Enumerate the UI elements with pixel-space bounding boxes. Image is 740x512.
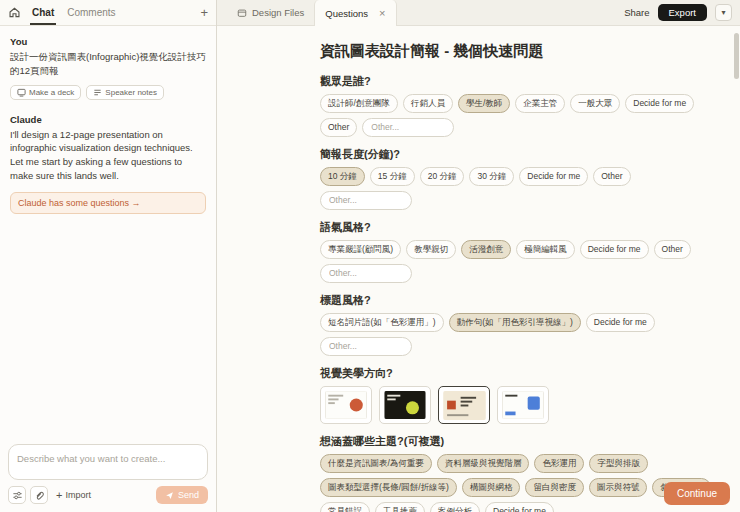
option-chip-selected[interactable]: 什麼是資訊圖表/為何重要 bbox=[320, 454, 432, 473]
plus-icon: + bbox=[56, 490, 62, 501]
question-section-aesthetic: 視覺美學方向? bbox=[320, 366, 712, 424]
prompt-input[interactable] bbox=[17, 453, 199, 464]
new-chat-button[interactable]: + bbox=[200, 0, 208, 25]
page-title: 資訊圖表設計簡報 - 幾個快速問題 bbox=[320, 42, 712, 61]
questions-form: 資訊圖表設計簡報 - 幾個快速問題 觀眾是誰? 設計師/創意團隊 行銷人員 學生… bbox=[217, 26, 740, 512]
style-option-dark-yellow[interactable] bbox=[379, 386, 431, 424]
other-input[interactable] bbox=[320, 264, 412, 283]
user-sender-label: You bbox=[10, 36, 206, 47]
question-section-length: 簡報長度(分鐘)? 10 分鐘 15 分鐘 20 分鐘 30 分鐘 Decide… bbox=[320, 147, 712, 210]
scrollbar-thumb[interactable] bbox=[734, 33, 739, 79]
other-input[interactable] bbox=[320, 337, 412, 356]
files-icon bbox=[237, 8, 247, 18]
option-chip[interactable]: 一般大眾 bbox=[570, 94, 620, 113]
claude-questions-banner[interactable]: Claude has some questions → bbox=[10, 192, 206, 214]
attach-icon[interactable] bbox=[30, 486, 48, 504]
chat-history: You 設計一份資訊圖表(Infographic)視覺化設計技巧的12頁簡報 M… bbox=[0, 26, 216, 436]
claude-message: I'll design a 12-page presentation on in… bbox=[10, 128, 206, 183]
option-row: 專業嚴謹(顧問風) 教學親切 活潑創意 極簡編輯風 Decide for me … bbox=[320, 240, 712, 283]
option-chip[interactable]: Decide for me bbox=[625, 94, 694, 113]
option-chip[interactable]: 專業嚴謹(顧問風) bbox=[320, 240, 401, 259]
option-chip[interactable]: Decide for me bbox=[580, 240, 649, 259]
question-section-tone: 語氣風格? 專業嚴謹(顧問風) 教學親切 活潑創意 極簡編輯風 Decide f… bbox=[320, 220, 712, 283]
option-row: 10 分鐘 15 分鐘 20 分鐘 30 分鐘 Decide for me Ot… bbox=[320, 167, 712, 210]
style-preview-icon bbox=[443, 391, 486, 420]
scrollbar[interactable] bbox=[734, 28, 739, 508]
design-files-label: Design Files bbox=[252, 7, 304, 18]
option-chip[interactable]: 常見錯誤 bbox=[320, 502, 370, 512]
prompt-input-box[interactable] bbox=[8, 444, 208, 480]
option-chip-selected[interactable]: 10 分鐘 bbox=[320, 167, 365, 186]
home-icon[interactable] bbox=[8, 0, 21, 25]
option-chip[interactable]: Decide for me bbox=[586, 313, 655, 332]
question-label: 簡報長度(分鐘)? bbox=[320, 147, 712, 162]
option-row: 什麼是資訊圖表/為何重要 資料層級與視覺階層 色彩運用 字型與排版 圖表類型選擇… bbox=[320, 454, 712, 512]
option-chip[interactable]: 設計師/創意團隊 bbox=[320, 94, 398, 113]
speaker-notes-label: Speaker notes bbox=[105, 88, 157, 97]
speaker-notes-chip[interactable]: Speaker notes bbox=[86, 85, 164, 100]
option-row: 短名詞片語(如「色彩運用」) 動作句(如「用色彩引導視線」) Decide fo… bbox=[320, 313, 712, 356]
option-chip-selected[interactable]: 圖表類型選擇(長條/圓餅/折線等) bbox=[320, 478, 457, 497]
option-chip[interactable]: 15 分鐘 bbox=[370, 167, 415, 186]
export-button[interactable]: Export bbox=[658, 4, 707, 21]
option-chip[interactable]: Decide for me bbox=[485, 502, 554, 512]
style-preview-icon bbox=[325, 391, 367, 419]
option-chip[interactable]: 案例分析 bbox=[430, 502, 480, 512]
other-input[interactable] bbox=[320, 191, 412, 210]
sidebar-topbar: Chat Comments + bbox=[0, 0, 216, 26]
option-chip[interactable]: 企業主管 bbox=[515, 94, 565, 113]
style-option-cream-red[interactable] bbox=[438, 386, 490, 424]
close-icon[interactable]: × bbox=[379, 7, 385, 19]
message-action-chips: Make a deck Speaker notes bbox=[10, 85, 206, 100]
question-label: 視覺美學方向? bbox=[320, 366, 712, 381]
questions-tab-label: Questions bbox=[325, 8, 368, 19]
option-chip[interactable]: 行銷人員 bbox=[403, 94, 453, 113]
style-option-light-orange[interactable] bbox=[320, 386, 372, 424]
import-label: Import bbox=[65, 490, 91, 500]
option-chip[interactable]: 短名詞片語(如「色彩運用」) bbox=[320, 313, 444, 332]
option-chip-selected[interactable]: 構圖與網格 bbox=[462, 478, 521, 497]
topbar-actions: Share Export ▾ bbox=[624, 0, 740, 25]
option-chip[interactable]: Other bbox=[654, 240, 691, 259]
option-chip[interactable]: 極簡編輯風 bbox=[516, 240, 575, 259]
option-chip-selected[interactable]: 資料層級與視覺階層 bbox=[437, 454, 530, 473]
option-chip[interactable]: 工具推薦 bbox=[375, 502, 425, 512]
other-input[interactable] bbox=[362, 118, 454, 137]
option-chip-selected[interactable]: 活潑創意 bbox=[461, 240, 511, 259]
settings-icon[interactable] bbox=[8, 486, 26, 504]
tab-design-files[interactable]: Design Files bbox=[227, 0, 314, 25]
style-preview-icon bbox=[384, 391, 426, 419]
option-chip[interactable]: 20 分鐘 bbox=[420, 167, 465, 186]
continue-button[interactable]: Continue bbox=[664, 482, 730, 505]
question-label: 標題風格? bbox=[320, 293, 712, 308]
make-a-deck-chip[interactable]: Make a deck bbox=[10, 85, 81, 100]
question-label: 觀眾是誰? bbox=[320, 74, 712, 89]
style-thumbnails bbox=[320, 386, 712, 424]
share-button[interactable]: Share bbox=[624, 7, 649, 18]
style-option-light-blue[interactable] bbox=[497, 386, 549, 424]
send-button[interactable]: Send bbox=[156, 486, 208, 504]
tab-chat[interactable]: Chat bbox=[30, 0, 56, 25]
option-chip-selected[interactable]: 字型與排版 bbox=[589, 454, 648, 473]
question-label: 想涵蓋哪些主題?(可複選) bbox=[320, 434, 712, 449]
option-chip-selected[interactable]: 學生/教師 bbox=[458, 94, 510, 113]
tab-questions[interactable]: Questions × bbox=[314, 0, 396, 26]
import-button[interactable]: + Import bbox=[52, 488, 95, 503]
option-chip[interactable]: Other bbox=[593, 167, 630, 186]
question-section-title-style: 標題風格? 短名詞片語(如「色彩運用」) 動作句(如「用色彩引導視線」) Dec… bbox=[320, 293, 712, 356]
tab-comments[interactable]: Comments bbox=[65, 0, 117, 25]
option-chip-selected[interactable]: 動作句(如「用色彩引導視線」) bbox=[449, 313, 581, 332]
option-chip-selected[interactable]: 圖示與符號 bbox=[589, 478, 648, 497]
send-label: Send bbox=[178, 490, 199, 500]
make-a-deck-label: Make a deck bbox=[29, 88, 74, 97]
claude-sender-label: Claude bbox=[10, 114, 206, 125]
option-row: 設計師/創意團隊 行銷人員 學生/教師 企業主管 一般大眾 Decide for… bbox=[320, 94, 712, 137]
chevron-down-icon[interactable]: ▾ bbox=[715, 4, 732, 21]
option-chip[interactable]: Other bbox=[320, 118, 357, 137]
option-chip[interactable]: 教學親切 bbox=[406, 240, 456, 259]
option-chip[interactable]: Decide for me bbox=[519, 167, 588, 186]
composer: + Import Send bbox=[0, 436, 216, 512]
option-chip-selected[interactable]: 留白與密度 bbox=[525, 478, 584, 497]
option-chip[interactable]: 30 分鐘 bbox=[469, 167, 514, 186]
option-chip-selected[interactable]: 色彩運用 bbox=[534, 454, 584, 473]
